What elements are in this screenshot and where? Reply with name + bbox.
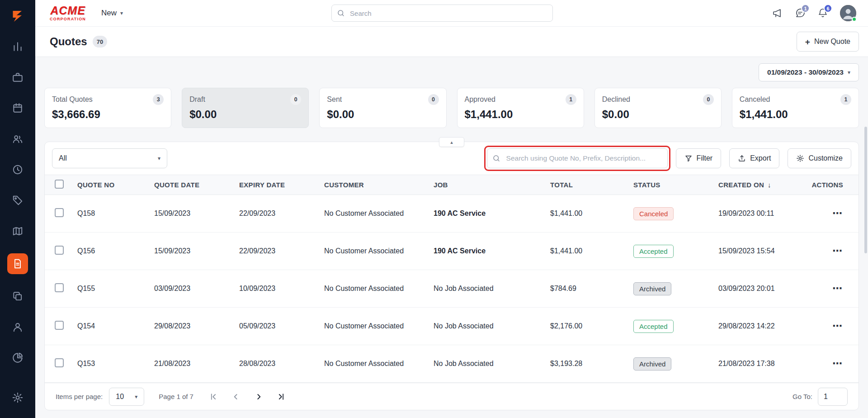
row-checkbox[interactable]	[55, 246, 64, 255]
previous-page-icon[interactable]	[227, 388, 245, 406]
stat-label: Draft	[189, 95, 205, 104]
new-quote-button[interactable]: + New Quote	[797, 32, 859, 52]
users-icon[interactable]	[8, 130, 28, 147]
row-checkbox[interactable]	[55, 208, 64, 217]
row-checkbox[interactable]	[55, 283, 64, 292]
stat-card-total-quotes[interactable]: Total Quotes3 $3,666.69	[44, 88, 171, 128]
topbar-icons: 1 6	[772, 5, 856, 21]
cell-customer: No Customer Associated	[321, 308, 430, 345]
row-actions-icon[interactable]: ⋯	[832, 284, 843, 294]
online-status-dot	[852, 17, 857, 22]
quote-search-input[interactable]	[487, 148, 668, 168]
user-icon[interactable]	[8, 318, 28, 336]
next-page-icon[interactable]	[250, 388, 268, 406]
row-actions-icon[interactable]: ⋯	[832, 321, 843, 331]
scope-filter-dropdown[interactable]: All ▾	[52, 148, 167, 168]
column-header-status[interactable]: STATUS	[630, 175, 715, 195]
status-badge: Canceled	[633, 207, 674, 220]
column-header-quote-no[interactable]: QUOTE NO	[74, 175, 151, 195]
select-all-checkbox[interactable]	[55, 180, 64, 189]
customize-button[interactable]: Customize	[788, 148, 851, 168]
tag-icon[interactable]	[8, 192, 28, 209]
column-header-quote-date[interactable]: QUOTE DATE	[151, 175, 236, 195]
bell-icon[interactable]: 6	[817, 8, 828, 19]
cell-status: Archived	[630, 270, 715, 308]
table-row[interactable]: Q154 29/08/2023 05/09/2023 No Customer A…	[45, 308, 859, 345]
briefcase-icon[interactable]	[8, 69, 28, 86]
row-actions-icon[interactable]: ⋯	[832, 359, 843, 369]
quote-icon[interactable]	[7, 253, 28, 274]
table-row[interactable]: Q153 21/08/2023 28/08/2023 No Customer A…	[45, 345, 859, 383]
stat-card-canceled[interactable]: Canceled1 $1,441.00	[732, 88, 859, 128]
column-header-job[interactable]: JOB	[430, 175, 547, 195]
copy-icon[interactable]	[8, 288, 28, 305]
table-row[interactable]: Q158 15/09/2023 22/09/2023 No Customer A…	[45, 195, 859, 233]
cell-total: $784.69	[547, 270, 630, 308]
quotes-count-badge: 70	[93, 36, 107, 48]
stat-card-draft[interactable]: Draft0 $0.00	[182, 88, 309, 128]
clock-icon[interactable]	[8, 161, 28, 178]
pie-chart-icon[interactable]	[8, 349, 28, 366]
page-title: Quotes	[50, 35, 87, 48]
date-range-picker[interactable]: 01/09/2023 - 30/09/2023 ▾	[759, 63, 859, 81]
user-avatar[interactable]	[840, 5, 856, 21]
stat-card-declined[interactable]: Declined0 $0.00	[594, 88, 722, 128]
items-per-page-dropdown[interactable]: 10 ▾	[109, 388, 144, 406]
status-badge: Accepted	[633, 245, 674, 258]
cell-status: Canceled	[630, 195, 715, 233]
column-header-customer[interactable]: CUSTOMER	[321, 175, 430, 195]
chat-icon[interactable]: 1	[795, 8, 806, 19]
stat-value: $0.00	[189, 108, 301, 121]
stat-card-sent[interactable]: Sent0 $0.00	[319, 88, 446, 128]
date-range-value: 01/09/2023 - 30/09/2023	[767, 68, 844, 76]
column-header-expiry-date[interactable]: EXPIRY DATE	[236, 175, 321, 195]
column-header-created-on[interactable]: CREATED ON↓	[715, 175, 805, 195]
new-menu-label: New	[101, 9, 117, 18]
goto-page-input[interactable]	[818, 388, 848, 406]
acme-logo[interactable]: ACME CORPORATION	[50, 5, 86, 21]
chevron-down-icon: ▾	[158, 155, 160, 162]
page-scrollbar[interactable]	[864, 127, 867, 253]
new-menu[interactable]: New ▾	[101, 9, 123, 18]
sort-descending-icon[interactable]: ↓	[768, 181, 771, 189]
first-page-icon[interactable]	[204, 388, 222, 406]
row-actions-icon[interactable]: ⋯	[832, 246, 843, 256]
content: 01/09/2023 - 30/09/2023 ▾ Total Quotes3 …	[35, 57, 868, 418]
cell-quote-no: Q154	[74, 308, 151, 345]
filter-button[interactable]: Filter	[676, 148, 722, 168]
stats-row: Total Quotes3 $3,666.69 Draft0 $0.00 Sen…	[44, 88, 859, 128]
items-per-page-value: 10	[116, 393, 124, 401]
cell-quote-no: Q153	[74, 345, 151, 383]
items-per-page-label: Items per page:	[56, 393, 103, 400]
last-page-icon[interactable]	[272, 388, 290, 406]
quote-search	[487, 148, 668, 168]
stat-value: $0.00	[602, 108, 714, 121]
stat-count-badge: 3	[153, 94, 164, 105]
table-row[interactable]: Q155 03/09/2023 10/09/2023 No Customer A…	[45, 270, 859, 308]
cell-quote-no: Q155	[74, 270, 151, 308]
pagination-controls	[204, 388, 290, 406]
table-row[interactable]: Q156 15/09/2023 22/09/2023 No Customer A…	[45, 233, 859, 270]
row-checkbox[interactable]	[55, 358, 64, 367]
map-icon[interactable]	[8, 223, 28, 240]
announcement-icon[interactable]	[772, 8, 783, 19]
sidebar	[0, 0, 35, 418]
stat-card-approved[interactable]: Approved1 $1,441.00	[457, 88, 584, 128]
gear-icon[interactable]	[8, 389, 28, 406]
goto-label: Go To:	[793, 393, 812, 400]
collapse-stats-button[interactable]: ▴	[439, 137, 464, 147]
global-search-input[interactable]	[331, 5, 553, 22]
zuper-logo[interactable]	[9, 8, 26, 24]
customize-gear-icon	[796, 154, 804, 162]
stat-value: $1,441.00	[740, 108, 851, 121]
column-header-total[interactable]: TOTAL	[547, 175, 630, 195]
row-checkbox[interactable]	[55, 321, 64, 330]
bar-chart-icon[interactable]	[8, 38, 28, 55]
export-button[interactable]: Export	[729, 148, 779, 168]
column-header-actions: ACTIONS	[805, 175, 859, 195]
main-area: ACME CORPORATION New ▾ 1 6	[35, 0, 868, 418]
row-actions-icon[interactable]: ⋯	[832, 209, 843, 218]
cell-created-on: 19/09/2023 00:11	[715, 195, 805, 233]
calendar-icon[interactable]	[8, 100, 28, 117]
topbar: ACME CORPORATION New ▾ 1 6	[35, 0, 868, 27]
